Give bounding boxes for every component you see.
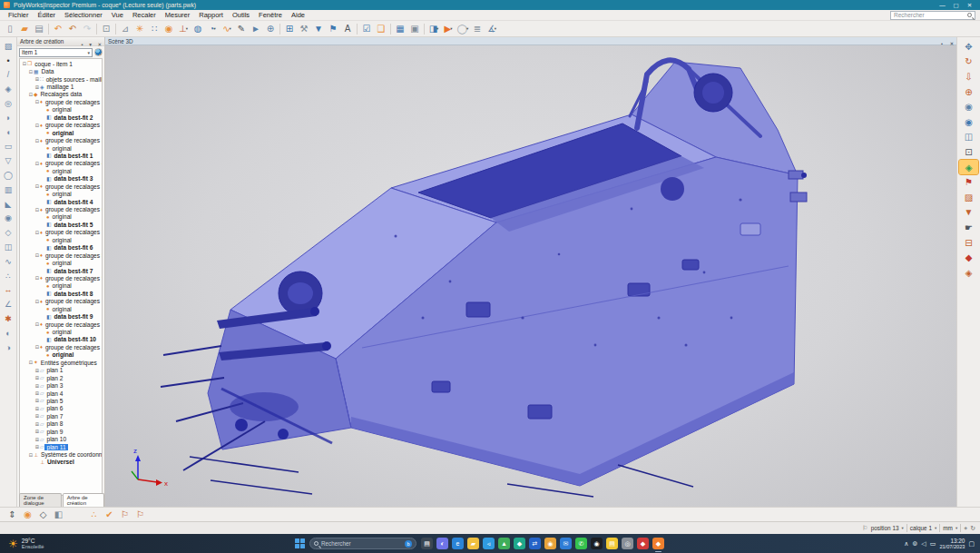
comb-icon[interactable]: ∿▾ <box>220 22 234 35</box>
taskbar-search[interactable]: Rechercher b <box>309 538 416 549</box>
menu-item-outils[interactable]: Outils <box>228 11 254 19</box>
iso-cube-icon[interactable]: ◫ <box>959 130 978 145</box>
grey-app-icon[interactable]: ◎ <box>622 538 633 549</box>
tree-node[interactable]: ●original <box>20 190 102 197</box>
create-rectangle-icon[interactable]: ▭ <box>1 140 15 154</box>
position-selector[interactable]: position 13 <box>871 525 899 531</box>
dot-check-icon[interactable]: ✔ <box>102 509 117 521</box>
rotate-view-icon[interactable]: ↻ <box>959 54 978 70</box>
tree-node[interactable]: ⊟❐coque - item 1 <box>20 60 102 67</box>
color-map-icon[interactable]: ▨ <box>959 190 978 205</box>
create-box-icon[interactable]: ◫ <box>1 240 15 254</box>
create-disk-icon[interactable]: ◎ <box>1 96 15 111</box>
tree-node[interactable]: ◧data best-fit 9 <box>20 312 102 320</box>
clapper-icon[interactable]: ◧ <box>51 509 66 521</box>
scene-canvas[interactable]: z x <box>105 45 956 507</box>
list-badge-icon[interactable]: ≣ <box>470 22 485 35</box>
tree-node[interactable]: ●original <box>20 305 102 312</box>
gauge-sphere-icon[interactable]: ◑ <box>1 341 15 355</box>
tree-node[interactable]: ⊟◆Recalages data <box>20 91 102 98</box>
text-annotation-icon[interactable]: A <box>340 22 355 35</box>
tree-node[interactable]: ◧data best-fit 5 <box>20 221 102 228</box>
tree-node[interactable]: ◧data best-fit 3 <box>20 175 102 183</box>
snap-target-icon[interactable]: ⌖ <box>964 525 967 532</box>
tree-node[interactable]: ⊥Universel <box>20 459 102 466</box>
funnel-icon[interactable]: ▼ <box>311 22 326 35</box>
tree-node[interactable]: ⊞▱plan 2 <box>20 374 102 381</box>
deviation-part-icon[interactable]: ◆ <box>959 250 978 265</box>
tree-node[interactable]: ●original <box>20 213 102 221</box>
open-folder-icon[interactable]: ▰ <box>17 22 32 35</box>
gauge-probe-icon[interactable]: ✱ <box>1 311 15 326</box>
level-slider-icon[interactable]: ◇ <box>35 509 51 521</box>
tree-node[interactable]: ⊞∷objets sources - maillage 1 <box>20 75 102 83</box>
flag-note-icon[interactable]: ⚑ <box>326 22 340 35</box>
task-view-icon[interactable]: ▤ <box>421 538 433 549</box>
search-input[interactable]: Rechercher <box>890 11 975 20</box>
create-cone-icon[interactable]: ◣ <box>1 197 15 212</box>
vscode-icon[interactable]: ◃ <box>483 538 495 549</box>
zoom-wheel-icon[interactable]: ◉ <box>959 99 978 114</box>
pan-objects-icon[interactable]: ✥ <box>959 39 978 54</box>
tag-icon[interactable]: ❑ <box>374 22 388 35</box>
menu-item-fichier[interactable]: Fichier <box>4 11 34 19</box>
zoom-select-icon[interactable]: ⊕ <box>959 84 978 100</box>
tree-node[interactable]: ⊟♦groupe de recalages 4 <box>20 160 102 167</box>
notification-icon[interactable]: ▢ <box>968 540 975 548</box>
alignment-star-icon[interactable]: ✳ <box>132 22 147 35</box>
tree-node[interactable]: ◧data best-fit 2 <box>20 114 102 121</box>
tree-node[interactable]: ⊞▱plan 8 <box>20 420 102 428</box>
tree-node[interactable]: ◧data best-fit 6 <box>20 244 102 252</box>
polyworks-orange-icon[interactable]: ◆ <box>652 538 664 549</box>
undo-icon[interactable]: ↶ <box>51 22 65 35</box>
tree-node[interactable]: ⊞▱plan 3 <box>20 381 102 389</box>
import-data-icon[interactable]: ⊿ <box>118 22 132 35</box>
close-button[interactable]: ✕ <box>963 0 976 10</box>
scan-icon[interactable]: ◔▾ <box>205 22 220 35</box>
snapshot-camera-icon[interactable]: ▣ <box>407 22 422 35</box>
tree-node[interactable]: ⊞▱plan 6 <box>20 405 102 412</box>
green-app-icon[interactable]: ▲ <box>498 538 510 549</box>
create-polygon-icon[interactable]: ▽ <box>1 153 15 168</box>
visibility-eye-icon[interactable]: ◉ <box>959 114 978 130</box>
tree-node[interactable]: ⊟▦Data <box>20 67 102 74</box>
pen-icon[interactable]: ✎ <box>234 22 249 35</box>
chart-icon[interactable]: ∡▾ <box>485 22 499 35</box>
tree-node[interactable]: ⊟♦groupe de recalages 10 <box>20 298 102 305</box>
save-icon[interactable]: ▤ <box>32 22 46 35</box>
menu-item-fenetre[interactable]: Fenêtre <box>254 11 287 19</box>
tree-node[interactable]: ⊟⊥Systèmes de coordonnées <box>20 450 102 458</box>
polyworks-red-icon[interactable]: ◆ <box>637 538 649 549</box>
tree-node[interactable]: ⊟♦groupe de recalages 11 <box>20 321 102 328</box>
sticky-notes-icon[interactable]: ▤ <box>606 538 618 549</box>
filter-funnel-icon[interactable]: ▼ <box>959 205 978 221</box>
create-slot-icon[interactable]: ◖ <box>1 125 15 140</box>
tree-node[interactable]: ●original <box>20 167 102 174</box>
tree-node[interactable]: ⊞▱plan 11 <box>20 443 102 450</box>
network-icon[interactable]: ⊚ <box>912 540 917 548</box>
undo-view-icon[interactable]: ↶ <box>65 22 80 35</box>
battery-icon[interactable]: ▭ <box>930 540 936 548</box>
teal-app-icon[interactable]: ◆ <box>514 538 525 549</box>
tree-node[interactable]: ●original <box>20 351 102 359</box>
tree-node[interactable]: ◧data best-fit 7 <box>20 267 102 274</box>
monitor-icon[interactable]: ⊟ <box>959 235 978 251</box>
tree-node[interactable]: ⊟♦groupe de recalages 12 <box>20 343 102 351</box>
menu-item-recaler[interactable]: Recaler <box>128 11 161 19</box>
create-mesh-icon[interactable]: ◈ <box>1 82 15 96</box>
flag-outline-icon[interactable]: ⚐ <box>117 509 132 521</box>
tree-node[interactable]: ●original <box>20 144 102 152</box>
zoom-area-icon[interactable]: ⊕ <box>263 22 278 35</box>
mail-icon[interactable]: ✉ <box>560 538 572 549</box>
menu-item-selectionner[interactable]: Sélectionner <box>60 11 107 19</box>
compare-parts-icon[interactable]: ◈ <box>959 265 978 281</box>
split-slider-icon[interactable]: ⇕ <box>5 509 20 521</box>
tree-node[interactable]: ⊞▱plan 4 <box>20 390 102 397</box>
globe-align-icon[interactable]: ◍ <box>191 22 205 35</box>
car-chassis-model[interactable] <box>161 60 807 497</box>
hand-pick-icon[interactable]: ☛ <box>959 220 978 235</box>
tree-node[interactable]: ⊞▱plan 7 <box>20 412 102 420</box>
tree-node[interactable]: ⊞◈maillage 1 <box>20 83 102 90</box>
tree-node[interactable]: ⊞▱plan 1 <box>20 367 102 374</box>
github-icon[interactable]: ◉ <box>591 538 603 549</box>
